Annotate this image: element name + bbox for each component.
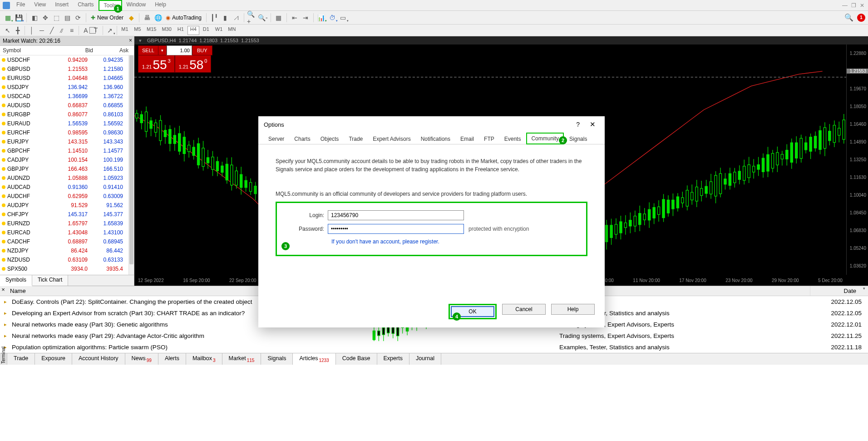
options-tab-charts[interactable]: Charts — [290, 134, 315, 144]
new-file-icon[interactable]: ▦ — [3, 13, 13, 23]
timeframe-mn[interactable]: MN — [226, 26, 238, 35]
market-watch-row[interactable]: AUDCAD0.913600.91410 — [0, 183, 128, 192]
timeframe-d1[interactable]: D1 — [200, 26, 212, 35]
terminal-tab-experts[interactable]: Experts — [377, 353, 409, 365]
trendline-icon[interactable]: ╱ — [47, 25, 57, 35]
grid-icon[interactable]: ▦ — [274, 13, 284, 23]
globe-icon[interactable]: 🌐 — [153, 13, 163, 23]
options-tab-server[interactable]: Server — [264, 134, 289, 144]
market-watch-row[interactable]: GBPJPY166.463166.510 — [0, 164, 128, 173]
terminal-tab-mailbox[interactable]: Mailbox3 — [186, 353, 222, 365]
search-icon[interactable]: 🔍 — [844, 13, 853, 22]
market-watch-close-icon[interactable]: × — [129, 37, 132, 44]
market-watch-row[interactable]: EURUSD1.046481.04665 — [0, 74, 128, 83]
mw-col-bid[interactable]: Bid — [58, 47, 96, 54]
new-order-button[interactable]: ✚New Order — [89, 15, 125, 21]
menu-charts[interactable]: Charts — [73, 0, 98, 11]
shift-icon[interactable]: ⇤ — [290, 13, 300, 23]
options-tab-events[interactable]: Events — [500, 134, 526, 144]
dialog-close-icon[interactable]: ✕ — [586, 120, 599, 129]
zoom-out-icon[interactable]: 🔍- — [258, 13, 268, 23]
object-icon[interactable]: ⬚ — [51, 13, 61, 23]
arrows-icon[interactable]: ↗ — [105, 25, 115, 35]
market-watch-row[interactable]: NZDJPY86.42486.442 — [0, 246, 128, 255]
market-watch-row[interactable]: EURJPY143.315143.343 — [0, 137, 128, 146]
fib-icon[interactable]: ≡ — [67, 25, 77, 35]
label-icon[interactable]: ⃞T — [91, 25, 101, 35]
market-watch-row[interactable]: CHFJPY145.317145.377 — [0, 210, 128, 219]
market-watch-row[interactable]: USDCAD1.366991.36722 — [0, 92, 128, 101]
terminal-tab-code-base[interactable]: Code Base — [336, 353, 377, 365]
cursor-icon[interactable]: ↖ — [3, 25, 13, 35]
menu-tools[interactable]: Tools1 — [99, 0, 122, 11]
window-tile-icon[interactable]: ▤ — [62, 13, 72, 23]
zoom-in-icon[interactable]: 🔍+ — [247, 13, 257, 23]
template2-icon[interactable]: ▭ — [338, 13, 348, 23]
login-input[interactable] — [328, 210, 464, 220]
terminal-tab-account-history[interactable]: Account History — [72, 353, 125, 365]
window-minimize-icon[interactable]: — — [842, 2, 848, 9]
crosshair-icon[interactable]: ✥ — [40, 13, 50, 23]
tab-symbols[interactable]: Symbols — [0, 275, 32, 286]
market-watch-row[interactable]: SPX5003934.03935.4 — [0, 264, 128, 273]
terminal-tab-journal[interactable]: Journal — [409, 353, 441, 365]
timeframe-m15[interactable]: M15 — [144, 26, 158, 35]
timeframe-m1[interactable]: M1 — [119, 26, 131, 35]
menu-help[interactable]: Help — [150, 0, 171, 11]
dialog-help-icon[interactable]: ? — [570, 121, 586, 128]
save-icon[interactable]: 💾 — [14, 13, 24, 23]
help-button[interactable]: Help — [551, 304, 595, 315]
timeframe-w1[interactable]: W1 — [213, 26, 225, 35]
options-tab-notifications[interactable]: Notifications — [416, 134, 455, 144]
period-icon[interactable]: ⏱ — [327, 13, 337, 23]
tab-tick-chart[interactable]: Tick Chart — [32, 275, 68, 286]
timeframe-m5[interactable]: M5 — [132, 26, 143, 35]
options-tab-signals[interactable]: Signals — [565, 134, 592, 144]
market-watch-row[interactable]: GBPUSD1.215531.21580 — [0, 64, 128, 74]
options-tab-community[interactable]: Community2 — [526, 133, 564, 144]
terminal-close-icon[interactable]: × — [0, 286, 6, 296]
chart-minimize-icon[interactable]: ▾ — [139, 38, 142, 44]
options-tab-objects[interactable]: Objects — [316, 134, 344, 144]
menu-window[interactable]: Window — [122, 0, 151, 11]
mw-col-symbol[interactable]: Symbol — [0, 47, 58, 54]
notification-badge[interactable]: 1 — [857, 14, 865, 22]
template-icon[interactable]: ◧ — [30, 13, 39, 23]
terminal-tab-exposure[interactable]: Exposure — [35, 353, 72, 365]
market-watch-row[interactable]: CADJPY100.154100.199 — [0, 155, 128, 164]
market-watch-row[interactable]: EURGBP0.860770.86103 — [0, 110, 128, 119]
register-link[interactable]: If you don't have an account, please reg… — [331, 238, 577, 246]
crosshair2-icon[interactable]: ╋ — [13, 25, 23, 35]
market-watch-row[interactable]: EURCHF0.985950.98630 — [0, 128, 128, 137]
text-icon[interactable]: A — [81, 25, 91, 35]
window-restore-icon[interactable]: ❐ — [851, 2, 856, 9]
auto-scroll-icon[interactable]: ⇥ — [301, 13, 311, 23]
market-watch-row[interactable]: EURCAD1.430481.43100 — [0, 228, 128, 237]
autotrading-button[interactable]: ◉AutoTrading — [164, 15, 203, 21]
timeframe-m30[interactable]: M30 — [159, 26, 173, 35]
sort-icon[interactable]: ▾ — [860, 286, 868, 296]
options-tab-email[interactable]: Email — [456, 134, 478, 144]
options-tab-expert-advisors[interactable]: Expert Advisors — [368, 134, 415, 144]
password-input[interactable] — [328, 224, 464, 234]
terminal-tab-news[interactable]: News99 — [125, 353, 158, 365]
options-tab-ftp[interactable]: FTP — [479, 134, 499, 144]
meta-icon[interactable]: ◆ — [126, 13, 136, 23]
terminal-tab-market[interactable]: Market115 — [222, 353, 261, 365]
terminal-tab-articles[interactable]: Articles1233 — [293, 353, 335, 365]
market-watch-row[interactable]: EURNZD1.657971.65839 — [0, 219, 128, 228]
market-watch-row[interactable]: AUDCHF0.629590.63009 — [0, 192, 128, 201]
market-watch-row[interactable]: GBPCHF1.145101.14577 — [0, 146, 128, 155]
market-watch-row[interactable]: NZDUSD0.631090.63133 — [0, 255, 128, 264]
options-tab-trade[interactable]: Trade — [344, 134, 367, 144]
timeframe-h1[interactable]: H1 — [175, 26, 187, 35]
print-icon[interactable]: 🖶 — [142, 13, 152, 23]
refresh-icon[interactable]: ⟳ — [73, 13, 83, 23]
market-watch-scrollbar[interactable] — [128, 55, 134, 275]
candle-chart-icon[interactable]: ▮ — [220, 13, 230, 23]
menu-insert[interactable]: Insert — [50, 0, 73, 11]
terminal-tab-trade[interactable]: Trade — [7, 353, 35, 365]
market-watch-row[interactable]: AUDNZD1.058881.05923 — [0, 173, 128, 183]
market-watch-row[interactable]: AUDJPY91.52991.562 — [0, 201, 128, 210]
hline-icon[interactable]: ─ — [37, 25, 47, 35]
